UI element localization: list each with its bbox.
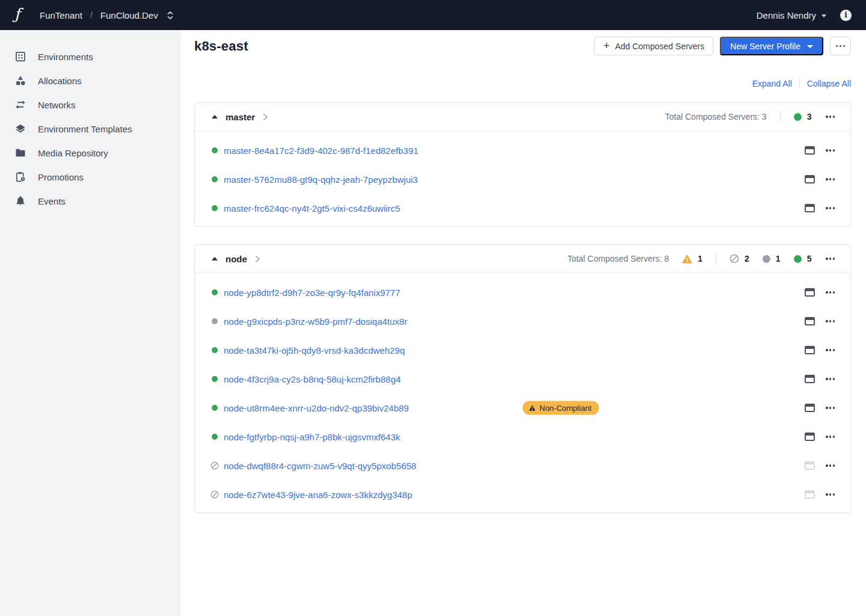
navbar-right: Dennis Nendry i xyxy=(757,10,852,21)
page-title: k8s-east xyxy=(194,38,248,54)
sidebar-item-environments[interactable]: Environments xyxy=(0,45,180,69)
chevron-right-icon[interactable] xyxy=(263,113,268,121)
collapse-toggle-icon[interactable] xyxy=(212,257,218,260)
server-group-panel: nodeTotal Composed Servers: 81215node-yp… xyxy=(194,244,851,513)
healthy-count: 5 xyxy=(794,254,812,263)
server-menu-button[interactable] xyxy=(825,375,836,383)
header-actions: + Add Composed Servers New Server Profil… xyxy=(594,37,851,55)
expand-all-link[interactable]: Expand All xyxy=(752,79,792,88)
console-window-icon[interactable] xyxy=(805,433,815,441)
server-groups: masterTotal Composed Servers: 33master-8… xyxy=(194,102,851,513)
server-row: node-4f3crj9a-cy2s-b8nq-58uj-kcm2firb88g… xyxy=(195,365,850,393)
server-link[interactable]: node-dwqf88r4-cgwm-zuw5-v9qt-qyy5pxob565… xyxy=(224,461,416,471)
server-link[interactable]: node-6z7wte43-9jve-ana6-zowx-s3kkzdyg348… xyxy=(224,490,413,500)
new-server-profile-button[interactable]: New Server Profile xyxy=(720,37,823,55)
sidebar-item-label: Environment Templates xyxy=(38,124,132,134)
divider xyxy=(716,253,716,264)
healthy-dot-icon xyxy=(794,113,802,121)
collapse-all-link[interactable]: Collapse All xyxy=(807,79,851,88)
console-window-icon[interactable] xyxy=(805,346,815,354)
group-name[interactable]: node xyxy=(226,254,247,264)
clipboard-clock-icon xyxy=(14,171,26,183)
allocations-shapes-icon xyxy=(14,75,26,87)
idle-dot-icon xyxy=(763,255,770,263)
console-window-icon[interactable] xyxy=(805,288,815,297)
group-name[interactable]: master xyxy=(226,112,255,122)
count-value: 3 xyxy=(807,112,812,122)
console-window-icon[interactable] xyxy=(805,404,815,412)
sidebar-item-label: Networks xyxy=(38,100,76,110)
chevron-right-icon[interactable] xyxy=(255,255,260,263)
divider xyxy=(799,79,800,88)
chevron-down-icon xyxy=(821,14,826,17)
tenant-project-switcher[interactable]: FunTenant / FunCloud.Dev xyxy=(40,10,174,20)
add-composed-servers-button[interactable]: + Add Composed Servers xyxy=(594,37,713,55)
console-window-icon[interactable] xyxy=(805,146,815,155)
sidebar-item-allocations[interactable]: Allocations xyxy=(0,69,180,93)
project-name: FunCloud.Dev xyxy=(100,10,158,20)
brand-logo-icon: ƒ xyxy=(14,7,35,24)
server-menu-button[interactable] xyxy=(825,317,836,325)
healthy-dot-icon xyxy=(794,255,802,263)
server-row: node-fgtfyrbp-nqsj-a9h7-p8bk-ujgsvmxf643… xyxy=(195,422,850,451)
server-menu-button[interactable] xyxy=(825,490,836,498)
server-row: node-ta3t47ki-oj5h-qdy8-vrsd-ka3dcdweh29… xyxy=(195,336,850,365)
user-menu[interactable]: Dennis Nendry xyxy=(757,10,826,20)
server-link[interactable]: node-4f3crj9a-cy2s-b8nq-58uj-kcm2firb88g… xyxy=(224,374,401,384)
server-row-actions xyxy=(805,288,836,297)
healthy-dot-icon xyxy=(212,205,218,211)
server-row-actions xyxy=(805,146,836,155)
environments-grid-icon xyxy=(14,51,26,63)
console-window-icon[interactable] xyxy=(805,317,815,325)
server-link[interactable]: node-g9xicpds-p3nz-w5b9-pmf7-dosiqa4tux8… xyxy=(224,316,407,327)
server-link[interactable]: node-ta3t47ki-oj5h-qdy8-vrsd-ka3dcdweh29… xyxy=(224,345,405,356)
group-menu-button[interactable] xyxy=(825,112,836,120)
server-row: node-6z7wte43-9jve-ana6-zowx-s3kkzdyg348… xyxy=(195,480,850,509)
status-healthy xyxy=(212,405,224,411)
server-menu-button[interactable] xyxy=(825,433,836,440)
console-window-icon[interactable] xyxy=(805,204,815,212)
count-value: 5 xyxy=(807,254,812,263)
console-window-icon[interactable] xyxy=(805,175,815,183)
warning-count: 1 xyxy=(682,254,702,263)
healthy-dot-icon xyxy=(212,147,218,153)
tenant-name: FunTenant xyxy=(40,10,82,20)
sidebar-item-label: Promotions xyxy=(38,172,84,182)
user-name: Dennis Nendry xyxy=(757,10,816,20)
server-link[interactable]: node-fgtfyrbp-nqsj-a9h7-p8bk-ujgsvmxf643… xyxy=(224,432,401,442)
server-menu-button[interactable] xyxy=(825,404,836,411)
server-menu-button[interactable] xyxy=(825,146,836,154)
server-row: master-5762mu88-gt9q-qqhz-jeah-7peypzbwj… xyxy=(195,165,850,194)
non-compliant-badge: Non-Compliant xyxy=(523,401,599,415)
page-more-menu-button[interactable] xyxy=(830,37,851,55)
sidebar-item-environment-templates[interactable]: Environment Templates xyxy=(0,117,180,141)
status-healthy xyxy=(212,347,224,353)
server-link[interactable]: node-ut8rm4ee-xnrr-u2do-ndv2-qp39biv24b8… xyxy=(224,403,409,413)
blocked-count: 2 xyxy=(729,254,749,263)
healthy-dot-icon xyxy=(212,405,218,411)
server-menu-button[interactable] xyxy=(825,346,836,354)
group-header: nodeTotal Composed Servers: 81215 xyxy=(195,245,850,273)
blocked-circle-icon xyxy=(729,254,739,263)
server-menu-button[interactable] xyxy=(825,461,836,469)
info-icon[interactable]: i xyxy=(840,10,852,21)
group-header-right: Total Composed Servers: 81215 xyxy=(567,253,836,264)
server-link[interactable]: master-frc624qc-ny4t-2gt5-vixi-cs4z6uwii… xyxy=(224,203,400,214)
collapse-toggle-icon[interactable] xyxy=(212,115,218,119)
server-menu-button[interactable] xyxy=(825,288,836,296)
server-menu-button[interactable] xyxy=(825,175,836,183)
sidebar-item-networks[interactable]: Networks xyxy=(0,93,180,117)
divider xyxy=(780,111,781,122)
server-menu-button[interactable] xyxy=(825,204,836,212)
sidebar-item-media-repository[interactable]: Media Repository xyxy=(0,141,180,165)
sidebar-item-promotions[interactable]: Promotions xyxy=(0,165,180,189)
console-window-icon[interactable] xyxy=(805,375,815,383)
server-link[interactable]: master-5762mu88-gt9q-qqhz-jeah-7peypzbwj… xyxy=(224,174,418,185)
warning-triangle-icon xyxy=(682,254,692,263)
group-menu-button[interactable] xyxy=(825,254,836,262)
sidebar-item-events[interactable]: Events xyxy=(0,189,180,213)
server-link[interactable]: master-8e4a17c2-f3d9-402c-987d-f1ed82efb… xyxy=(224,146,419,156)
unfold-more-icon xyxy=(167,10,174,20)
healthy-dot-icon xyxy=(212,434,218,440)
server-link[interactable]: node-yp8dtrf2-d9h7-zo3e-qr9y-fq4fanix977… xyxy=(224,288,401,298)
